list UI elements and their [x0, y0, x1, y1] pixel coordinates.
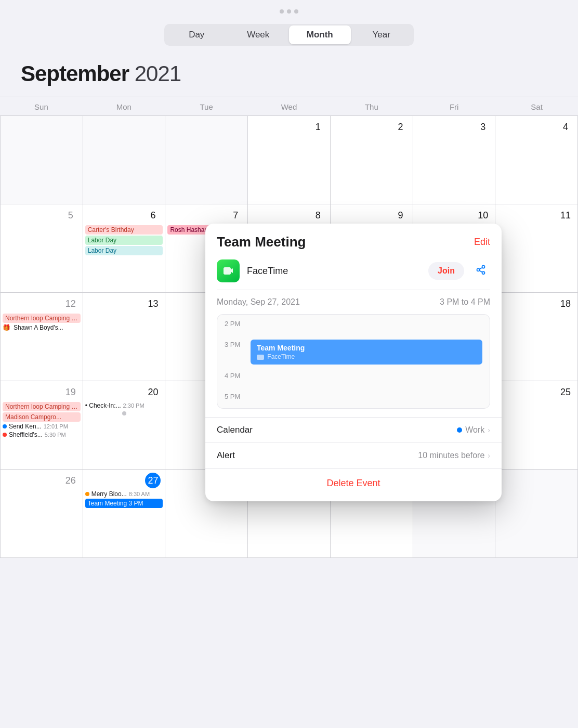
- event-pill[interactable]: Northern loop Camping trip: [3, 314, 81, 323]
- timeline-row-4pm: 4 PM: [217, 367, 490, 387]
- event-label: Merry Bloo...: [91, 490, 127, 498]
- cal-cell-5[interactable]: 5: [1, 204, 83, 293]
- alert-label: Alert: [217, 450, 235, 461]
- timeline-row-5pm: 5 PM: [217, 387, 490, 408]
- popup-edit-button[interactable]: Edit: [474, 237, 490, 248]
- timeline-event-content: Team Meeting FaceTime: [251, 340, 482, 365]
- event-pill-team-meeting[interactable]: Team Meeting 3 PM: [85, 499, 163, 508]
- cal-cell-12[interactable]: 12 Northern loop Camping trip 🎁 Shawn A …: [1, 293, 83, 381]
- drag-handle[interactable]: [0, 0, 578, 19]
- event-time: 2:30 PM: [123, 402, 144, 409]
- event-pill[interactable]: Labor Day: [85, 236, 163, 245]
- calendar-label: Calendar: [217, 425, 253, 435]
- day-header-wed: Wed: [248, 97, 331, 115]
- cal-cell-empty[interactable]: [83, 116, 166, 204]
- event-label: Send Ken...: [9, 423, 42, 430]
- cal-cell-1[interactable]: 1: [248, 116, 331, 204]
- timed-event[interactable]: Sheffield's... 5:30 PM: [3, 431, 81, 438]
- join-button[interactable]: Join: [428, 262, 464, 280]
- timeline-row-2pm: 2 PM: [217, 315, 490, 335]
- cal-cell-empty[interactable]: [165, 116, 248, 204]
- year-view-button[interactable]: Year: [351, 25, 413, 44]
- date-number: 19: [63, 384, 78, 400]
- date-number: 7: [228, 207, 243, 223]
- timed-event[interactable]: 🎁 Shawn A Boyd's...: [3, 324, 81, 331]
- date-number: 3: [475, 119, 491, 135]
- calendar-value: Work ›: [457, 425, 490, 435]
- event-dot: [3, 424, 7, 428]
- cal-cell-empty[interactable]: [1, 116, 83, 204]
- week-view-button[interactable]: Week: [228, 25, 290, 44]
- chevron-right-icon: ›: [488, 451, 490, 460]
- popup-calendar-row[interactable]: Calendar Work ›: [205, 417, 502, 443]
- timed-event[interactable]: • Check-In:... 2:30 PM: [85, 402, 163, 409]
- camera-icon: [257, 355, 264, 360]
- popup-header: Team Meeting Edit: [205, 224, 502, 255]
- event-pill[interactable]: Madison Campgro...: [3, 412, 81, 422]
- timeline-event-block[interactable]: Team Meeting FaceTime: [251, 340, 482, 365]
- cal-cell-26[interactable]: 26: [1, 470, 83, 558]
- cal-cell-20[interactable]: 20 • Check-In:... 2:30 PM: [83, 381, 166, 470]
- day-view-button[interactable]: Day: [166, 25, 228, 44]
- popup-delete-section: Delete Event: [205, 468, 502, 501]
- calendar-color-dot: [457, 427, 462, 433]
- cal-cell-18[interactable]: 18: [495, 293, 578, 381]
- event-time: 5:30 PM: [45, 432, 66, 438]
- date-number: 18: [558, 296, 573, 311]
- date-number: 11: [558, 207, 573, 223]
- timeline-event-title: Team Meeting: [257, 344, 476, 352]
- event-label: • Check-In:...: [85, 402, 121, 409]
- date-number: 4: [558, 119, 573, 135]
- cal-cell-19[interactable]: 19 Northern loop Camping trip Madison Ca…: [1, 381, 83, 470]
- popup-datetime: Monday, Sep 27, 2021 3 PM to 4 PM: [205, 290, 502, 314]
- day-header-thu: Thu: [330, 97, 413, 115]
- timeline-label: 4 PM: [225, 371, 251, 380]
- share-button[interactable]: [471, 261, 490, 282]
- chevron-right-icon: ›: [488, 426, 490, 434]
- cal-cell-11[interactable]: 11: [495, 204, 578, 293]
- year-label: 2021: [135, 61, 181, 86]
- cal-cell-6[interactable]: 6 Carter's Birthday Labor Day Labor Day: [83, 204, 166, 293]
- timed-event[interactable]: Merry Bloo... 8:30 AM: [85, 490, 163, 498]
- cal-cell-3[interactable]: 3: [413, 116, 496, 204]
- delete-event-button[interactable]: Delete Event: [326, 478, 380, 489]
- month-label: September: [21, 61, 129, 86]
- event-dot: [85, 492, 89, 496]
- day-header-sun: Sun: [0, 97, 83, 115]
- popup-alert-row[interactable]: Alert 10 minutes before ›: [205, 443, 502, 468]
- date-number: 12: [63, 296, 78, 311]
- event-detail-popup: Team Meeting Edit FaceTime Join Monday, …: [205, 224, 502, 501]
- cal-cell-13[interactable]: 13: [83, 293, 166, 381]
- timed-event[interactable]: Send Ken... 12:01 PM: [3, 423, 81, 430]
- view-segmented-control: Day Week Month Year: [164, 24, 414, 46]
- date-number: 13: [145, 296, 161, 311]
- cal-cell-25[interactable]: 25: [495, 381, 578, 470]
- date-number: 20: [145, 384, 161, 400]
- timeline-row-3pm[interactable]: 3 PM Team Meeting FaceTime: [217, 335, 490, 367]
- gift-icon: 🎁: [3, 324, 10, 331]
- more-events-indicator: [122, 411, 126, 415]
- alert-value: 10 minutes before ›: [418, 451, 490, 460]
- timeline-event-sub: FaceTime: [257, 353, 476, 360]
- popup-timeline: 2 PM 3 PM Team Meeting FaceTime 4 PM 5 P…: [217, 314, 490, 409]
- popup-event-title: Team Meeting: [217, 234, 306, 250]
- drag-dot: [294, 9, 298, 14]
- date-number: 27: [145, 473, 161, 488]
- cal-cell-empty[interactable]: [495, 470, 578, 558]
- event-pill[interactable]: Northern loop Camping trip: [3, 402, 81, 411]
- month-view-button[interactable]: Month: [289, 25, 351, 44]
- date-number: 26: [63, 473, 78, 488]
- date-number: 9: [393, 207, 409, 223]
- event-time: 8:30 AM: [129, 491, 150, 497]
- calendar-name: Work: [465, 425, 484, 435]
- timeline-label: 2 PM: [225, 319, 251, 328]
- date-number: 5: [63, 207, 78, 223]
- drag-dot: [287, 9, 291, 14]
- cal-cell-4[interactable]: 4: [495, 116, 578, 204]
- event-pill[interactable]: Labor Day: [85, 246, 163, 255]
- event-pill[interactable]: Carter's Birthday: [85, 225, 163, 235]
- cal-cell-27-today[interactable]: 27 Merry Bloo... 8:30 AM Team Meeting 3 …: [83, 470, 166, 558]
- cal-cell-2[interactable]: 2: [331, 116, 413, 204]
- day-header-mon: Mon: [83, 97, 165, 115]
- drag-dot: [280, 9, 284, 14]
